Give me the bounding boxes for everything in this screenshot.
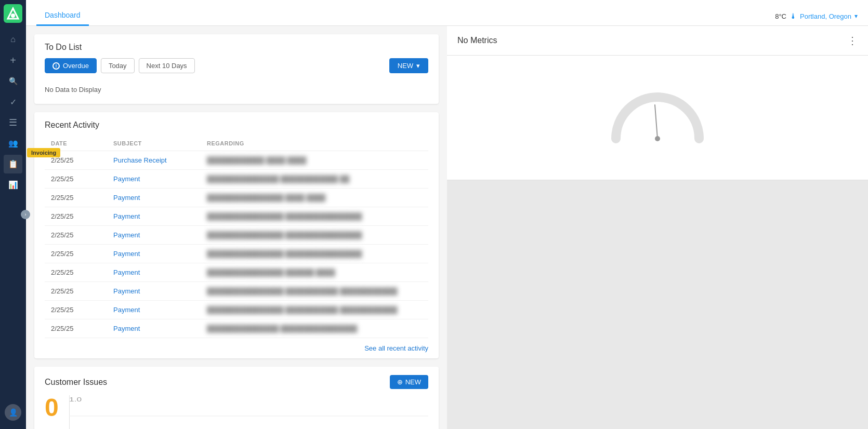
warning-icon: ! xyxy=(52,62,60,70)
reports-icon[interactable]: 📊 xyxy=(4,176,22,194)
metrics-title: No Metrics xyxy=(457,36,497,45)
metrics-chart-area xyxy=(447,56,868,180)
new-todo-label: NEW xyxy=(398,62,413,70)
sidebar-collapse-button[interactable]: › xyxy=(21,210,30,219)
col-regarding: REGARDING xyxy=(201,136,428,151)
col-subject: SUBJECT xyxy=(107,136,201,151)
overdue-filter-button[interactable]: ! Overdue xyxy=(45,58,97,73)
cell-date: 2/25/25 xyxy=(45,319,107,338)
cell-date: 2/25/25 xyxy=(45,245,107,263)
sidebar: ⌂ + 🔍 ✓ ☰ 👥 📋 📊 👤 › xyxy=(0,0,26,429)
cell-regarding: ████████████████ ██████ ████ xyxy=(201,263,428,282)
top-nav: Dashboard 8°C 🌡 Portland, Oregon ▾ xyxy=(26,0,868,26)
cell-regarding: ████████████ ████ ████ xyxy=(201,151,428,170)
activity-table: DATE SUBJECT REGARDING 2/25/25Purchase R… xyxy=(45,136,428,338)
new-issue-button[interactable]: ⊕ NEW xyxy=(390,375,428,389)
cell-date: 2/25/25 xyxy=(45,301,107,319)
table-row[interactable]: 2/25/25Payment████████████████ ██████ ██… xyxy=(45,263,428,282)
cell-regarding: ████████████████ ████ ████ xyxy=(201,189,428,207)
table-row[interactable]: 2/25/25Purchase Receipt████████████ ████… xyxy=(45,151,428,170)
recent-activity-card: Recent Activity DATE SUBJECT REGARDING 2… xyxy=(34,112,439,358)
table-row[interactable]: 2/25/25Payment███████████████ ██████████… xyxy=(45,319,428,338)
cell-regarding: ████████████████ ███████████ ███████████… xyxy=(201,301,428,319)
weather-temp: 8°C xyxy=(775,12,786,20)
new-issue-plus-icon: ⊕ xyxy=(397,378,403,386)
metrics-header: No Metrics ⋮ xyxy=(447,26,868,56)
cell-subject[interactable]: Payment xyxy=(107,245,201,263)
cell-subject[interactable]: Purchase Receipt xyxy=(107,151,201,170)
right-panel: No Metrics ⋮ xyxy=(447,26,868,429)
cell-regarding: ████████████████ ████████████████ xyxy=(201,226,428,245)
cell-subject[interactable]: Payment xyxy=(107,189,201,207)
table-row[interactable]: 2/25/25Payment████████████████ █████████… xyxy=(45,226,428,245)
tasks-icon[interactable]: ✓ xyxy=(4,92,22,111)
gauge-chart xyxy=(606,89,709,146)
cell-subject[interactable]: Payment xyxy=(107,301,201,319)
home-icon[interactable]: ⌂ xyxy=(4,30,22,49)
activity-table-wrapper: DATE SUBJECT REGARDING 2/25/25Purchase R… xyxy=(34,136,439,338)
cell-regarding: ████████████████ ███████████ ███████████… xyxy=(201,282,428,301)
todo-title: To Do List xyxy=(34,34,439,58)
invoicing-tooltip: Invoicing xyxy=(27,148,60,157)
issues-header: Customer Issues ⊕ NEW xyxy=(45,375,428,389)
overdue-label: Overdue xyxy=(63,62,89,70)
cell-date: 2/25/25 xyxy=(45,207,107,226)
svg-text:1.0: 1.0 xyxy=(69,397,82,403)
see-all-link[interactable]: See all recent activity xyxy=(34,338,439,358)
cell-date: 2/25/25 xyxy=(45,226,107,245)
app-logo[interactable] xyxy=(4,4,22,23)
cell-subject[interactable]: Payment xyxy=(107,170,201,189)
tab-dashboard[interactable]: Dashboard xyxy=(36,5,89,26)
cell-subject[interactable]: Payment xyxy=(107,207,201,226)
cell-subject[interactable]: Payment xyxy=(107,263,201,282)
no-data-message: No Data to Display xyxy=(34,79,439,104)
list-icon[interactable]: ☰ xyxy=(4,113,22,132)
cell-date: 2/25/25 xyxy=(45,263,107,282)
table-row[interactable]: 2/25/25Payment████████████████ █████████… xyxy=(45,245,428,263)
metrics-empty-area xyxy=(447,180,868,429)
cell-date: 2/25/25 xyxy=(45,189,107,207)
table-header-row: DATE SUBJECT REGARDING xyxy=(45,136,428,151)
new-issue-label: NEW xyxy=(405,378,421,386)
content-area: To Do List ! Overdue Today Next 10 Days … xyxy=(26,26,868,429)
add-icon[interactable]: + xyxy=(4,51,22,70)
cell-date: 2/25/25 xyxy=(45,282,107,301)
cell-subject[interactable]: Payment xyxy=(107,319,201,338)
cell-subject[interactable]: Payment xyxy=(107,282,201,301)
issues-chart: 1.0 xyxy=(69,395,428,429)
new-todo-chevron-icon: ▾ xyxy=(416,62,420,70)
customer-issues-card: Customer Issues ⊕ NEW 0 1.0 xyxy=(34,367,439,429)
new-todo-button[interactable]: NEW ▾ xyxy=(389,58,428,73)
recent-activity-title: Recent Activity xyxy=(34,112,439,136)
table-row[interactable]: 2/25/25Payment████████████████ ████ ████ xyxy=(45,189,428,207)
svg-point-8 xyxy=(655,136,660,141)
issues-count: 0 xyxy=(45,395,59,420)
search-icon[interactable]: 🔍 xyxy=(4,72,22,90)
location-dropdown-icon[interactable]: ▾ xyxy=(854,12,858,20)
svg-line-7 xyxy=(655,105,657,139)
svg-point-2 xyxy=(11,14,15,18)
users-icon[interactable]: 👥 xyxy=(4,134,22,153)
invoice-icon[interactable]: 📋 xyxy=(4,155,22,173)
user-avatar[interactable]: 👤 xyxy=(5,404,21,421)
cell-regarding: ████████████████ ████████████████ xyxy=(201,245,428,263)
weather-location: Portland, Oregon xyxy=(800,12,851,20)
table-row[interactable]: 2/25/25Payment████████████████ █████████… xyxy=(45,282,428,301)
today-filter-button[interactable]: Today xyxy=(101,58,135,73)
cell-regarding: ███████████████ ████████████ ██ xyxy=(201,170,428,189)
issues-content: 0 1.0 xyxy=(45,395,428,429)
cell-regarding: ███████████████ ████████████████ xyxy=(201,319,428,338)
main-wrapper: Dashboard 8°C 🌡 Portland, Oregon ▾ To Do… xyxy=(26,0,868,429)
todo-card: To Do List ! Overdue Today Next 10 Days … xyxy=(34,34,439,104)
table-row[interactable]: 2/25/25Payment███████████████ ██████████… xyxy=(45,170,428,189)
table-row[interactable]: 2/25/25Payment████████████████ █████████… xyxy=(45,301,428,319)
table-row[interactable]: 2/25/25Payment████████████████ █████████… xyxy=(45,207,428,226)
cell-regarding: ████████████████ ████████████████ xyxy=(201,207,428,226)
cell-subject[interactable]: Payment xyxy=(107,226,201,245)
cell-date: 2/25/25 xyxy=(45,170,107,189)
weather-widget[interactable]: 8°C 🌡 Portland, Oregon ▾ xyxy=(775,12,858,25)
next10days-filter-button[interactable]: Next 10 Days xyxy=(139,58,195,73)
left-panel: To Do List ! Overdue Today Next 10 Days … xyxy=(26,26,447,429)
issues-title: Customer Issues xyxy=(45,378,107,387)
metrics-more-icon[interactable]: ⋮ xyxy=(847,34,858,47)
